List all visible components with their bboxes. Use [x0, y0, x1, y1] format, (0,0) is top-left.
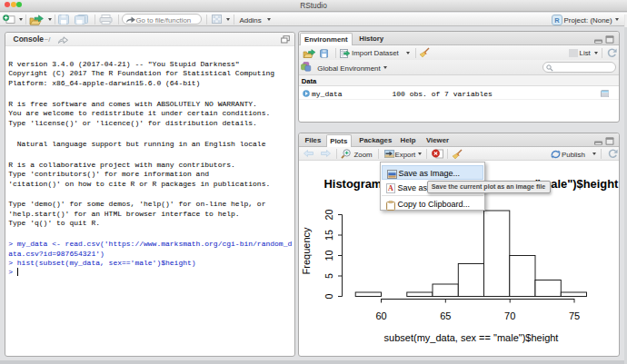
- svg-text:10: 10: [323, 250, 333, 261]
- svg-text:65: 65: [440, 310, 451, 321]
- svg-text:75: 75: [568, 310, 579, 321]
- svg-text:15: 15: [323, 230, 333, 241]
- svg-text:A: A: [388, 184, 393, 192]
- svg-text:20: 20: [323, 209, 333, 220]
- svg-text:subset(my_data, sex == "male"): subset(my_data, sex == "male")$height: [383, 332, 558, 343]
- svg-text:70: 70: [504, 310, 515, 321]
- svg-text:5: 5: [323, 273, 333, 279]
- svg-text:Frequency: Frequency: [301, 227, 312, 274]
- svg-text:0: 0: [323, 293, 333, 299]
- svg-text:60: 60: [375, 310, 386, 321]
- svg-text:R: R: [554, 15, 560, 24]
